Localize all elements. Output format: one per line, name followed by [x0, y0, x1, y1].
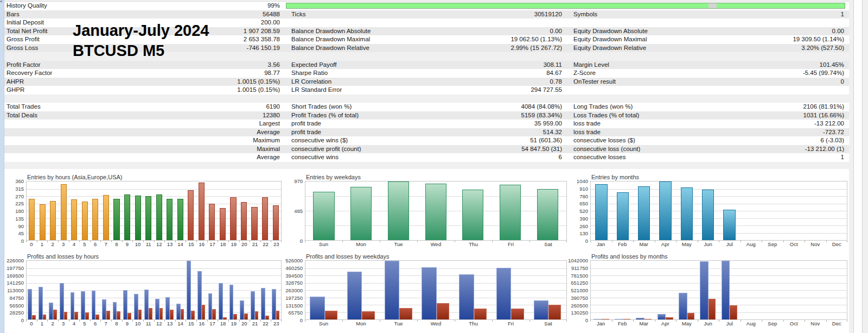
stat-label: GHPR — [4, 86, 24, 95]
bar-profit-14 — [176, 304, 181, 319]
y-tick-label: 315 — [15, 185, 24, 191]
bar-entries-19 — [230, 197, 236, 241]
table-separator-row — [4, 95, 849, 103]
table-cell: Total Trades6190 — [4, 103, 283, 111]
bar-entries-10 — [135, 196, 141, 240]
x-label: Jul — [719, 320, 741, 328]
stat-label: consecutive wins — [283, 153, 339, 162]
x-label: Aug — [741, 241, 762, 248]
stat-label: consecutive profit (count) — [283, 145, 361, 154]
x-tick — [417, 241, 418, 242]
table-row: Bars56488Ticks30519120Symbols1 — [4, 10, 849, 19]
x-tick — [612, 241, 612, 242]
vertical-scrollbar[interactable] — [853, 0, 863, 333]
x-tick — [342, 241, 343, 242]
gridline — [591, 312, 847, 313]
bar-profit-17 — [208, 293, 213, 319]
bar-entries-1 — [40, 204, 46, 240]
bar-profit-3 — [60, 283, 64, 319]
x-label: Fri — [492, 320, 529, 328]
x-tick — [529, 241, 530, 242]
bar-loss-21 — [255, 311, 259, 319]
bar-profit-8 — [113, 302, 117, 319]
x-label: 4 — [69, 241, 80, 248]
stat-value — [573, 18, 849, 27]
table-cell: OnTester result0 — [565, 78, 849, 86]
gridline — [591, 233, 847, 234]
x-label: 16 — [196, 320, 207, 328]
x-label: 8 — [111, 320, 122, 328]
chart-title: Profits and losses by weekdays — [306, 252, 569, 260]
bar-entries-Jan — [595, 184, 607, 240]
table-cell: consecutive losses ($)6 (-3.03) — [565, 136, 849, 145]
x-tick — [305, 241, 305, 242]
x-label: 6 — [90, 320, 101, 328]
stat-label: Loss Trades (% of total) — [565, 111, 639, 120]
x-label: 0 — [26, 320, 37, 328]
bar-loss-15 — [191, 311, 195, 319]
x-tick — [260, 320, 261, 322]
x-tick — [196, 320, 197, 322]
gridline — [591, 290, 847, 291]
gridline — [591, 268, 847, 269]
stat-value: 0.00 — [648, 27, 849, 36]
y-tick-label: 781500 — [571, 272, 588, 278]
bar-loss-5 — [85, 312, 89, 319]
bar-profit-9 — [123, 290, 127, 319]
x-tick — [228, 241, 229, 242]
stat-value: 12380 — [37, 111, 283, 120]
bar-profit-5 — [81, 291, 85, 319]
x-axis-labels: JanFebMarAprMayJunJulAugSepOctNovDec — [590, 320, 847, 328]
x-label: 14 — [175, 320, 186, 328]
y-tick-label: 65750 — [289, 310, 303, 316]
bar-entries-Jul — [723, 210, 735, 240]
stat-label: Balance Drawdown Maximal — [283, 35, 370, 44]
bar-profit-Jan — [593, 319, 602, 319]
stat-label: LR Correlation — [283, 78, 331, 86]
bar-loss-1 — [43, 315, 47, 319]
bar-entries-Mar — [638, 186, 650, 240]
bar-profit-7 — [102, 299, 106, 319]
y-tick-label: 56500 — [10, 302, 24, 308]
bar-entries-Feb — [617, 192, 629, 240]
bar-entries-7 — [103, 195, 109, 240]
x-tick — [239, 241, 240, 242]
x-tick — [676, 241, 676, 242]
table-row: Total Deals12380Profit Trades (% of tota… — [4, 111, 849, 120]
table-cell: AHPR1.0015 (0.15%) — [4, 78, 283, 86]
stat-label: Ticks — [283, 10, 305, 19]
stat-value: 6 (-3.03) — [635, 136, 849, 145]
panel-collapse-strip[interactable]: < — [0, 0, 4, 333]
x-tick — [175, 241, 176, 242]
bar-profit-May — [679, 293, 687, 319]
bar-loss-12 — [159, 308, 163, 319]
bar-entries-4 — [71, 199, 77, 240]
y-tick-label: 141250 — [7, 280, 24, 286]
table-row: Averageprofit trade514.32loss trade-723.… — [4, 128, 849, 137]
bar-profit-13 — [165, 297, 170, 319]
gridline — [591, 225, 847, 226]
x-tick — [207, 320, 208, 322]
table-cell: Equity Drawdown Absolute0.00 — [565, 27, 849, 36]
x-tick — [250, 241, 250, 242]
bar-loss-Fri — [511, 309, 524, 319]
x-label: 6 — [90, 241, 101, 248]
stat-label: AHPR — [4, 78, 24, 86]
table-row: AHPR1.0015 (0.15%)LR Correlation0.78OnTe… — [4, 78, 849, 86]
x-label: Dec — [826, 241, 848, 248]
y-axis: 1042000911750781500651250521000390750260… — [569, 260, 590, 320]
table-cell: Average — [4, 128, 283, 137]
table-cell: profit trade35 959.00 — [283, 120, 565, 128]
bar-entries-11 — [145, 196, 151, 240]
x-label: 9 — [122, 241, 133, 248]
bar-profit-12 — [155, 299, 159, 319]
stat-value: 3.56 — [41, 61, 283, 70]
chart-title: Profits and losses by hours — [27, 252, 283, 260]
bar-entries-20 — [241, 202, 247, 240]
x-tick — [164, 241, 165, 242]
x-label: Sun — [305, 320, 342, 328]
x-tick — [271, 320, 271, 322]
y-tick-label: 0 — [300, 317, 303, 323]
x-tick — [90, 241, 91, 242]
bar-profit-Wed — [422, 267, 436, 319]
